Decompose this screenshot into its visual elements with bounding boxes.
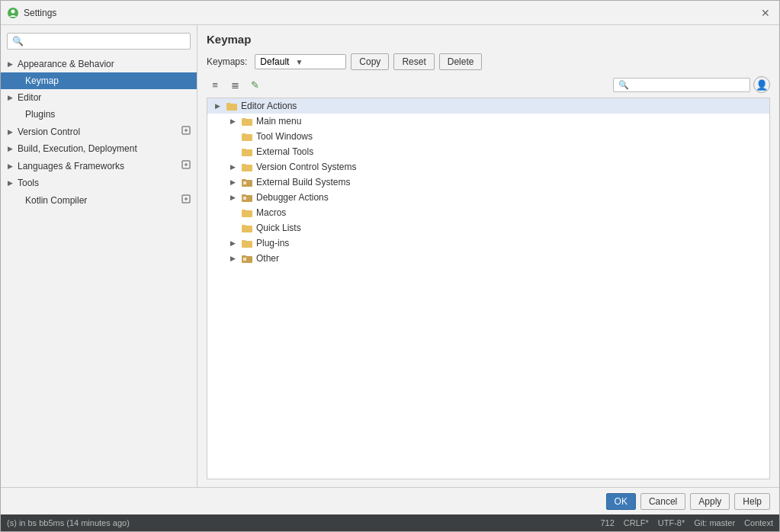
edit-button[interactable]: ✎ [246, 76, 263, 93]
title-bar: Settings ✕ [1, 1, 779, 25]
tree-panel[interactable]: ▶ Editor Actions▶ Main menu Tool Windows… [207, 98, 770, 479]
arrow-icon: ▶ [5, 144, 14, 153]
tree-arrow-placeholder [227, 146, 238, 157]
keymap-value: Default [260, 56, 289, 67]
folder-icon [241, 162, 253, 172]
tree-item-external-build-systems[interactable]: ▶ External Build Systems [207, 175, 769, 190]
sidebar-item-appearance[interactable]: ▶Appearance & Behavior [1, 56, 197, 72]
dropdown-arrow-icon: ▼ [295, 58, 303, 66]
sidebar-item-label: Plugins [25, 109, 55, 120]
sidebar-item-label: Editor [18, 92, 41, 103]
tree-arrow-icon: ▶ [227, 192, 238, 203]
tree-item-external-tools[interactable]: External Tools [207, 144, 769, 159]
tree-item-quick-lists[interactable]: Quick Lists [207, 220, 769, 236]
tree-arrow-icon: ▶ [227, 238, 238, 248]
tree-item-tool-windows[interactable]: Tool Windows [207, 129, 769, 144]
reset-button[interactable]: Reset [393, 53, 434, 70]
tree-item-label: Quick Lists [256, 223, 301, 233]
tree-item-label: Main menu [256, 116, 301, 127]
overlay-icon [181, 126, 191, 137]
sidebar-item-label: Appearance & Behavior [18, 59, 114, 69]
svg-point-1 [11, 9, 15, 13]
content-area: ▶Appearance & BehaviorKeymap▶EditorPlugi… [1, 25, 779, 487]
arrow-icon: ▶ [5, 59, 14, 69]
apply-button[interactable]: Apply [690, 493, 730, 510]
sidebar-item-label: Version Control [18, 127, 80, 137]
svg-rect-9 [242, 165, 252, 171]
status-left: (s) in bs bb5ms (14 minutes ago) [7, 518, 594, 527]
svg-rect-14 [242, 210, 252, 217]
tree-item-label: Debugger Actions [256, 192, 329, 203]
close-button[interactable]: ✕ [758, 5, 773, 21]
edit-icon: ✎ [251, 79, 259, 91]
arrow-icon: ▶ [5, 162, 14, 171]
status-item: Context [744, 518, 773, 527]
tree-items-container: ▶ Editor Actions▶ Main menu Tool Windows… [207, 98, 769, 266]
folder-icon [241, 253, 253, 264]
svg-rect-7 [242, 134, 252, 141]
svg-rect-6 [242, 119, 252, 126]
toolbar: ≡ ≣ ✎ 🔍 👤 [207, 76, 770, 93]
expand-icon: ≡ [212, 79, 218, 91]
tree-item-macros[interactable]: Macros [207, 205, 769, 220]
status-item: UTF-8* [658, 518, 685, 527]
svg-rect-8 [242, 149, 252, 156]
tree-arrow-placeholder [227, 223, 238, 233]
svg-rect-15 [242, 226, 252, 232]
arrow-icon: ▶ [5, 178, 14, 187]
folder-icon [241, 238, 253, 248]
sidebar-item-label: Tools [18, 178, 39, 188]
sidebar-item-tools[interactable]: ▶Tools [1, 175, 197, 191]
tree-item-debugger-actions[interactable]: ▶ Debugger Actions [207, 190, 769, 205]
sidebar-item-keymap[interactable]: Keymap [1, 72, 197, 89]
folder-icon [241, 116, 253, 127]
tree-search-box[interactable]: 🔍 [613, 78, 750, 92]
ok-button[interactable]: OK [606, 493, 636, 510]
sidebar-item-build[interactable]: ▶Build, Execution, Deployment [1, 140, 197, 157]
sidebar-search-input[interactable] [7, 33, 191, 50]
tree-item-version-control-systems[interactable]: ▶ Version Control Systems [207, 159, 769, 175]
sidebar: ▶Appearance & BehaviorKeymap▶EditorPlugi… [1, 25, 197, 487]
sidebar-item-label: Languages & Frameworks [18, 161, 124, 171]
arrow-icon: ▶ [5, 127, 14, 136]
tree-arrow-placeholder [227, 131, 238, 142]
sidebar-item-plugins[interactable]: Plugins [1, 106, 197, 123]
tree-item-label: Version Control Systems [256, 162, 356, 172]
tree-item-label: Other [256, 253, 279, 264]
folder-icon [241, 177, 253, 187]
copy-button[interactable]: Copy [351, 53, 389, 70]
collapse-all-button[interactable]: ≣ [226, 76, 243, 93]
person-icon-button[interactable]: 👤 [753, 76, 770, 93]
tree-item-other[interactable]: ▶ Other [207, 251, 769, 266]
folder-icon [241, 131, 253, 142]
tree-item-main-menu[interactable]: ▶ Main menu [207, 114, 769, 129]
help-button[interactable]: Help [734, 493, 770, 510]
delete-button[interactable]: Delete [439, 53, 483, 70]
folder-icon [241, 146, 253, 157]
app-icon [7, 7, 19, 19]
keymap-dropdown[interactable]: Default ▼ [255, 54, 346, 69]
person-icon: 👤 [756, 79, 768, 91]
tree-arrow-icon: ▶ [227, 116, 238, 127]
svg-rect-18 [243, 258, 246, 261]
tree-item-plug-ins[interactable]: ▶ Plug-ins [207, 236, 769, 251]
status-bar: (s) in bs bb5ms (14 minutes ago) 712CRLF… [1, 514, 779, 531]
tree-item-editor-actions[interactable]: ▶ Editor Actions [207, 98, 769, 114]
status-item: 712 [600, 518, 614, 527]
sidebar-item-kotlin[interactable]: Kotlin Compiler [1, 191, 197, 209]
expand-all-button[interactable]: ≡ [207, 76, 223, 93]
tree-item-label: Plug-ins [256, 238, 289, 248]
sidebar-items-container: ▶Appearance & BehaviorKeymap▶EditorPlugi… [1, 56, 197, 209]
window-title: Settings [24, 8, 758, 18]
tree-arrow-icon: ▶ [227, 177, 238, 187]
sidebar-item-version-control[interactable]: ▶Version Control [1, 123, 197, 140]
sidebar-item-label: Build, Execution, Deployment [18, 143, 137, 154]
svg-rect-11 [243, 181, 246, 184]
folder-icon [241, 192, 253, 203]
main-panel: Keymap Keymaps: Default ▼ Copy Reset Del… [197, 25, 779, 487]
status-right: 712CRLF*UTF-8*Git: masterContext [600, 518, 773, 527]
cancel-button[interactable]: Cancel [640, 493, 685, 510]
sidebar-item-editor[interactable]: ▶Editor [1, 89, 197, 106]
sidebar-item-languages[interactable]: ▶Languages & Frameworks [1, 157, 197, 175]
tree-item-label: Editor Actions [241, 101, 297, 111]
